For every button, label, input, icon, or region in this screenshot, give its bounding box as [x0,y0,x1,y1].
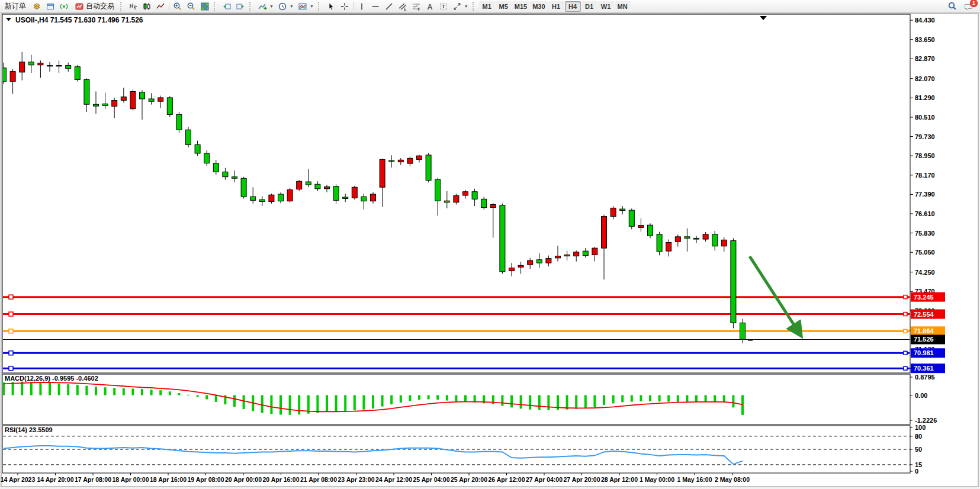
toolbar-grip [249,2,253,11]
add-indicator-button[interactable]: ▼ [256,1,275,12]
new-order-button[interactable]: 新订单 [1,1,30,12]
cursor-icon [326,2,336,11]
signals-button[interactable] [57,1,70,12]
autotrading-label: 自动交易 [86,1,114,11]
svg-text:74.250: 74.250 [915,269,935,276]
zoom-in-button[interactable] [171,1,184,12]
svg-text:70.981: 70.981 [914,349,934,356]
svg-text:79.730: 79.730 [915,133,935,140]
timeframe-group: M1M5M15M30H1H4D1W1MN [479,1,631,12]
toolbar-separator [169,2,169,11]
toolbar-right-group: 1 [946,1,975,12]
svg-text:17 Apr 08:00: 17 Apr 08:00 [75,476,111,483]
layers-button[interactable] [30,1,43,12]
svg-text:82.070: 82.070 [915,75,935,82]
equidistant-channel-button[interactable]: E [396,1,409,12]
arrow-objects-button[interactable]: ▼ [451,1,470,12]
svg-text:76.610: 76.610 [915,210,935,217]
signal-icon [59,2,69,11]
chevron-down-icon: ▼ [464,4,468,8]
svg-text:70.361: 70.361 [914,365,934,372]
profile-back-button[interactable] [220,1,233,12]
profile-forward-button[interactable] [234,1,247,12]
notification-badge: 1 [970,0,978,7]
svg-text:24 Apr 12:00: 24 Apr 12:00 [375,476,412,483]
svg-text:25 Apr 20:00: 25 Apr 20:00 [451,476,487,483]
svg-text:100: 100 [915,424,926,431]
candlestick-chart-icon [142,2,152,11]
svg-text:-1.2226: -1.2226 [915,417,937,424]
bars-chart-button[interactable] [127,1,140,12]
horizontal-line-icon [371,2,380,11]
autotrading-button[interactable]: 自动交易 [71,1,118,12]
horizontal-line-button[interactable] [369,1,382,12]
svg-text:1 May 16:00: 1 May 16:00 [677,476,712,483]
profile-forward-icon [236,2,245,11]
chart-title: USOil-,H4 71.545 71.630 71.496 71.526 [15,16,143,24]
line-chart-button[interactable] [154,1,167,12]
timeframe-m5-button[interactable]: M5 [496,1,512,12]
chevron-down-icon: ▼ [269,4,274,8]
templates-icon [298,2,307,11]
svg-text:0.00: 0.00 [915,392,927,399]
chart-surface[interactable] [2,14,910,373]
equidistant-channel-icon: E [398,2,407,11]
svg-text:78.950: 78.950 [915,152,935,159]
timeframe-mn-button[interactable]: MN [615,1,631,12]
timeframe-m30-button[interactable]: M30 [530,1,547,12]
add-indicator-icon [258,2,267,11]
svg-text:82.870: 82.870 [915,55,935,62]
timeframe-d1-button[interactable]: D1 [581,1,597,12]
svg-text:80: 80 [915,433,922,440]
crosshair-icon [340,2,349,11]
timeframe-m1-button[interactable]: M1 [479,1,495,12]
cursor-button[interactable] [324,1,338,12]
trendline-button[interactable] [383,1,396,12]
fibonacci-button[interactable]: F [410,1,423,12]
svg-text:T: T [442,4,445,9]
timeframe-w1-button[interactable]: W1 [598,1,614,12]
templates-button[interactable]: ▼ [296,1,316,12]
bars-chart-icon [128,2,138,11]
svg-text:23 Apr 23:00: 23 Apr 23:00 [338,476,374,483]
chart-window[interactable]: 84.43083.65082.87082.07081.29080.51079.7… [0,13,980,489]
zoom-out-icon [187,2,196,11]
new-order-label: 新订单 [5,1,26,11]
toolbar-grip [473,2,477,11]
timeframe-h4-button[interactable]: H4 [565,1,581,12]
data-window-button[interactable] [44,1,57,12]
tile-windows-button[interactable] [198,1,211,12]
svg-text:2 May 08:00: 2 May 08:00 [715,476,750,483]
svg-text:84.430: 84.430 [915,17,935,24]
svg-text:80.510: 80.510 [915,114,935,121]
svg-text:1 May 00:00: 1 May 00:00 [640,476,674,483]
zoom-out-button[interactable] [185,1,198,12]
svg-text:20 Apr 00:00: 20 Apr 00:00 [225,476,262,483]
svg-text:50: 50 [915,446,922,453]
svg-text:0: 0 [915,468,918,475]
chevron-down-icon: ▼ [310,4,314,8]
crosshair-button[interactable] [338,1,351,12]
svg-text:18 Apr 16:00: 18 Apr 16:00 [150,476,187,483]
notifications-button[interactable]: 1 [962,1,975,12]
vertical-line-button[interactable] [355,1,368,12]
svg-text:28 Apr 12:00: 28 Apr 12:00 [601,476,638,483]
timeframe-m15-button[interactable]: M15 [512,1,529,12]
toolbar-grip [120,2,124,11]
candlestick-chart-button[interactable] [140,1,153,12]
svg-text:75.830: 75.830 [915,230,935,237]
periods-button[interactable]: ▼ [276,1,295,12]
search-button[interactable] [946,1,959,12]
timeframe-h1-button[interactable]: H1 [548,1,564,12]
profile-back-icon [222,2,232,11]
text-label-button[interactable]: T [437,1,450,12]
svg-text:75.050: 75.050 [915,249,935,256]
text-button[interactable]: A [423,1,436,12]
layers-icon [32,2,41,11]
svg-text:71.864: 71.864 [914,327,934,334]
tile-windows-icon [200,2,210,11]
fibonacci-icon: F [412,2,421,11]
svg-text:19 Apr 08:00: 19 Apr 08:00 [187,476,224,483]
search-icon [947,1,957,11]
svg-text:14 Apr 20:00: 14 Apr 20:00 [37,476,73,483]
